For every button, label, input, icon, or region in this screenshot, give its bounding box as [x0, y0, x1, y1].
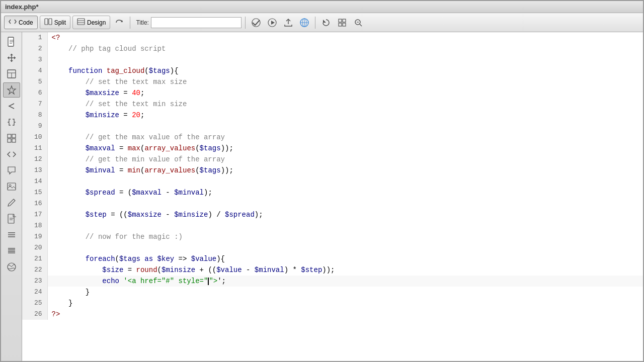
svg-marker-25 [14, 56, 16, 59]
code-line: $minval = min(array_values($tags)); [47, 165, 643, 176]
line-number: 4 [22, 65, 47, 76]
code-line: function tag_cloud($tags){ [47, 65, 643, 76]
svg-rect-1 [49, 19, 52, 25]
split-button[interactable]: Split [40, 16, 70, 29]
line-number: 8 [22, 110, 47, 121]
table-row: 15 $spread = ($maxval - $minval); [22, 187, 643, 198]
code-line: $maxsize = 40; [47, 87, 643, 99]
line-number: 20 [22, 242, 47, 253]
svg-rect-2 [77, 19, 85, 25]
refresh-button[interactable] [112, 16, 126, 30]
code-line: <? [47, 32, 643, 43]
code-line: $spread = ($maxval - $minval); [47, 187, 643, 198]
reload-button[interactable] [319, 16, 333, 30]
sidebar-image[interactable] [3, 179, 20, 194]
title-input[interactable] [151, 17, 242, 28]
table-row: 7 // set the text min size [22, 99, 643, 110]
sidebar-grid[interactable] [3, 131, 20, 146]
svg-marker-12 [323, 20, 326, 23]
table-row: 10 // get the max value of the array [22, 132, 643, 143]
line-number: 7 [22, 99, 47, 110]
split-icon [44, 18, 52, 27]
toolbar: Code Split Design [1, 13, 643, 32]
svg-marker-29 [10, 60, 13, 62]
grid-view-button[interactable] [335, 16, 349, 30]
title-label: Title: [136, 19, 149, 26]
globe-button[interactable] [297, 16, 311, 30]
code-button[interactable]: Code [4, 16, 38, 29]
sidebar-pencil[interactable] [3, 195, 20, 210]
line-number: 3 [22, 54, 47, 65]
code-line: // set the text min size [47, 99, 643, 110]
sidebar-earth[interactable] [3, 259, 20, 275]
code-line [47, 121, 643, 132]
sidebar-file[interactable] [3, 34, 20, 49]
svg-marker-28 [10, 54, 13, 55]
svg-marker-7 [271, 21, 275, 25]
check-button[interactable] [249, 16, 263, 30]
sidebar [1, 32, 22, 361]
zoom-button[interactable] [351, 16, 365, 30]
table-row: 1 <? [22, 32, 643, 43]
table-row: 4 function tag_cloud($tags){ [22, 65, 643, 76]
code-line [47, 54, 643, 65]
svg-rect-13 [339, 19, 342, 22]
sidebar-braces[interactable] [3, 115, 20, 130]
table-row: 21 foreach($tags as $key => $value){ [22, 253, 643, 264]
svg-line-18 [360, 24, 362, 26]
design-button[interactable]: Design [72, 16, 110, 29]
line-number: 21 [22, 253, 47, 264]
line-number: 19 [22, 231, 47, 242]
code-line: $minsize = 20; [47, 110, 643, 121]
svg-rect-36 [8, 139, 11, 142]
sidebar-arrows[interactable] [3, 50, 20, 65]
code-line [47, 198, 643, 209]
code-line: $maxval = max(array_values($tags)); [47, 143, 643, 154]
sidebar-layout[interactable] [3, 66, 20, 81]
code-editor[interactable]: 1 <? 2 // php tag cloud script 3 [22, 32, 643, 361]
line-number: 16 [22, 198, 47, 209]
svg-rect-38 [8, 183, 16, 190]
line-number: 14 [22, 176, 47, 187]
sidebar-back[interactable] [3, 99, 20, 114]
table-row: 13 $minval = min(array_values($tags)); [22, 165, 643, 176]
sidebar-doc[interactable] [3, 211, 20, 226]
upload-button[interactable] [281, 16, 295, 30]
table-row: 11 $maxval = max(array_values($tags)); [22, 143, 643, 154]
svg-rect-14 [343, 19, 346, 22]
code-label: Code [19, 19, 33, 26]
line-number: 5 [22, 76, 47, 87]
code-line: ?> [47, 309, 643, 320]
line-number: 22 [22, 264, 47, 276]
line-number: 26 [22, 309, 47, 320]
table-row: 22 $size = round($minsize + (($value - $… [22, 264, 643, 276]
code-line: } [47, 287, 643, 298]
table-row: 5 // set the text max size [22, 76, 643, 87]
svg-point-50 [8, 263, 16, 271]
sidebar-code[interactable] [3, 147, 20, 162]
line-number: 23 [22, 276, 47, 287]
sidebar-chat[interactable] [3, 163, 20, 178]
table-row: 9 [22, 121, 643, 132]
line-number: 13 [22, 165, 47, 176]
main-content: 1 <? 2 // php tag cloud script 3 [1, 32, 643, 361]
table-row: 14 [22, 176, 643, 187]
code-line: // now for the magic :) [47, 231, 643, 242]
code-line: // php tag cloud script [47, 43, 643, 54]
line-number: 10 [22, 132, 47, 143]
table-row: 26 ?> [22, 309, 643, 320]
design-label: Design [87, 19, 106, 26]
line-number: 24 [22, 287, 47, 298]
sidebar-list1[interactable] [3, 227, 20, 242]
svg-marker-26 [8, 56, 9, 59]
code-line [47, 242, 643, 253]
sidebar-list2[interactable] [3, 243, 20, 258]
table-row: 24 } [22, 287, 643, 298]
separator-3 [315, 17, 315, 29]
play-button[interactable] [265, 16, 279, 30]
table-row: 3 [22, 54, 643, 65]
svg-rect-0 [45, 19, 48, 25]
separator-1 [130, 17, 130, 29]
main-window: index.php* Code Split [0, 0, 644, 362]
sidebar-star[interactable] [3, 82, 20, 98]
